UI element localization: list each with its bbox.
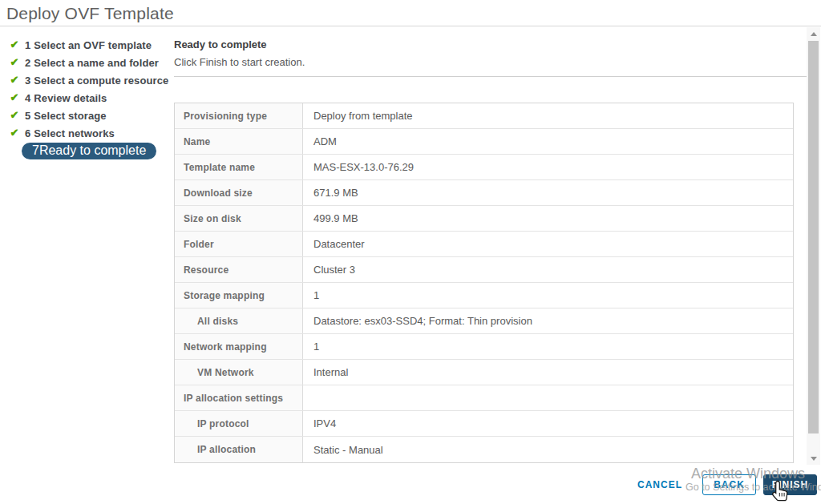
row-value: 1: [303, 283, 793, 308]
row-value: Datastore: esx03-SSD4; Format: Thin prov…: [303, 308, 793, 333]
table-row: Size on disk 499.9 MB: [175, 206, 793, 232]
wizard-step-label: 6Select networks: [25, 127, 115, 139]
wizard-step-label: 3Select a compute resource: [25, 75, 168, 87]
row-label: Provisioning type: [175, 103, 303, 128]
row-value: IPV4: [303, 411, 793, 436]
row-value: Internal: [303, 360, 793, 385]
row-label: IP allocation settings: [175, 385, 303, 410]
row-value: [303, 385, 793, 410]
row-value: ADM: [303, 129, 793, 154]
wizard-step-5[interactable]: ✔ 5Select storage: [0, 107, 170, 124]
row-label: Storage mapping: [175, 283, 303, 308]
page-title: Ready to complete: [174, 38, 807, 50]
row-value: Datacenter: [303, 232, 793, 256]
check-icon: ✔: [8, 54, 21, 71]
back-button[interactable]: BACK: [702, 474, 756, 495]
table-row: Resource Cluster 3: [175, 257, 793, 283]
wizard-step-4[interactable]: ✔ 4Review details: [0, 89, 170, 107]
table-row: Network mapping 1: [175, 334, 793, 360]
table-row: Storage mapping 1: [175, 283, 793, 308]
table-row: Folder Datacenter: [175, 232, 793, 257]
scrollbar[interactable]: [807, 27, 820, 465]
content-divider: [174, 76, 807, 77]
row-label: IP protocol: [175, 411, 303, 436]
triangle-down-icon: [811, 457, 817, 461]
row-value: 499.9 MB: [303, 206, 793, 231]
scrollbar-thumb[interactable]: [808, 41, 819, 433]
scroll-down-button[interactable]: [807, 452, 820, 465]
wizard-step-label: 4Review details: [25, 92, 107, 104]
table-row: IP allocation Static - Manual: [175, 437, 793, 462]
row-label: Download size: [175, 180, 303, 205]
cancel-button[interactable]: CANCEL: [636, 474, 684, 495]
scroll-up-button[interactable]: [807, 27, 820, 40]
row-label: Name: [175, 129, 303, 154]
row-label: Size on disk: [175, 206, 303, 231]
row-value: 671.9 MB: [303, 180, 793, 205]
triangle-up-icon: [811, 32, 817, 36]
check-icon: ✔: [8, 89, 21, 107]
wizard-step-3[interactable]: ✔ 3Select a compute resource: [0, 71, 170, 89]
table-row: IP protocol IPV4: [175, 411, 793, 437]
row-label: Template name: [175, 155, 303, 179]
row-value: 1: [303, 334, 793, 359]
finish-button[interactable]: FINISH: [763, 474, 817, 495]
table-row: IP allocation settings: [175, 385, 793, 411]
wizard-step-label: 2Select a name and folder: [25, 57, 159, 69]
row-label: Folder: [175, 232, 303, 256]
wizard-step-6[interactable]: ✔ 6Select networks: [0, 124, 170, 142]
row-value: Cluster 3: [303, 257, 793, 282]
wizard-step-label: 5Select storage: [25, 110, 107, 122]
wizard-step-2[interactable]: ✔ 2Select a name and folder: [0, 54, 170, 71]
table-row: All disks Datastore: esx03-SSD4; Format:…: [175, 308, 793, 334]
wizard-step-1[interactable]: ✔ 1Select an OVF template: [0, 36, 170, 54]
wizard-steps-sidebar: ✔ 1Select an OVF template ✔ 2Select a na…: [0, 26, 170, 159]
row-label: Resource: [175, 257, 303, 282]
check-icon: ✔: [8, 71, 21, 89]
row-value: MAS-ESX-13.0-76.29: [303, 155, 793, 179]
check-icon: ✔: [8, 107, 21, 124]
table-row: Provisioning type Deploy from template: [175, 103, 793, 129]
check-icon: ✔: [8, 124, 21, 142]
row-label: Network mapping: [175, 334, 303, 359]
wizard-step-7-active[interactable]: 7Ready to complete: [22, 143, 156, 159]
wizard-step-label: 1Select an OVF template: [25, 39, 152, 51]
row-value: Deploy from template: [303, 103, 793, 128]
wizard-step-label: 7Ready to complete: [32, 143, 146, 158]
table-row: Template name MAS-ESX-13.0-76.29: [175, 155, 793, 180]
dialog-title: Deploy OVF Template: [6, 4, 174, 23]
table-row: VM Network Internal: [175, 360, 793, 385]
page-subtitle: Click Finish to start creation.: [174, 56, 807, 68]
table-row: Name ADM: [175, 129, 793, 155]
row-label: IP allocation: [175, 437, 303, 462]
row-label: VM Network: [175, 360, 303, 385]
table-row: Download size 671.9 MB: [175, 180, 793, 206]
check-icon: ✔: [8, 36, 21, 54]
summary-table: Provisioning type Deploy from template N…: [174, 103, 794, 463]
row-label: All disks: [175, 308, 303, 333]
dialog-titlebar: Deploy OVF Template: [0, 0, 821, 26]
wizard-content-panel: Ready to complete Click Finish to start …: [174, 26, 807, 463]
row-value: Static - Manual: [303, 437, 793, 462]
